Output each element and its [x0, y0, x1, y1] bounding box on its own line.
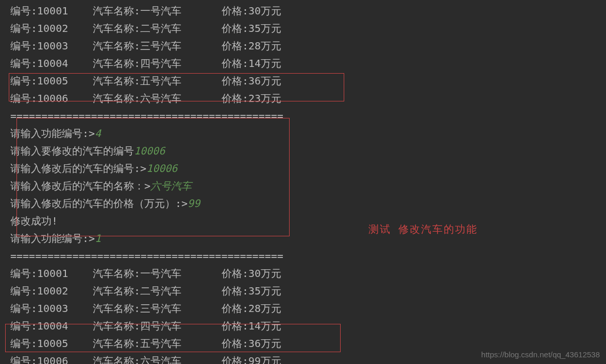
car-name: 汽车名称:五号汽车 — [93, 335, 222, 352]
car-name: 汽车名称:四号汽车 — [93, 55, 222, 72]
annotation-label: 测试 修改汽车的功能 — [368, 220, 478, 238]
car-name: 汽车名称:二号汽车 — [93, 282, 222, 300]
car-id: 编号:10003 — [10, 300, 93, 317]
car-id: 编号:10006 — [10, 90, 93, 107]
car-id: 编号:10002 — [10, 20, 93, 37]
car-id: 编号:10001 — [10, 2, 93, 20]
prompt-func-num-2: 请输入功能编号:>1 — [10, 230, 596, 247]
user-input: 1 — [95, 232, 101, 245]
car-id: 编号:10002 — [10, 282, 93, 300]
car-price: 价格:35万元 — [222, 20, 281, 37]
car-name: 汽车名称:三号汽车 — [93, 37, 222, 55]
watermark: https://blog.csdn.net/qq_43612538 — [481, 348, 600, 361]
car-id: 编号:10006 — [10, 352, 93, 364]
car-row: 编号:10002汽车名称:二号汽车价格:35万元 — [10, 282, 596, 300]
car-row: 编号:10005汽车名称:五号汽车价格:36万元 — [10, 72, 596, 90]
car-price: 价格:14万元 — [222, 317, 281, 335]
prompt-edit-id: 请输入要修改的汽车的编号10006 — [10, 142, 596, 160]
car-name: 汽车名称:四号汽车 — [93, 317, 222, 335]
prompt-label: 请输入功能编号:> — [10, 127, 95, 140]
separator: ========================================… — [10, 107, 596, 125]
user-input: 4 — [95, 127, 101, 140]
car-id: 编号:10003 — [10, 37, 93, 55]
car-row: 编号:10006汽车名称:六号汽车价格:23万元 — [10, 90, 596, 107]
car-name: 汽车名称:一号汽车 — [93, 265, 222, 282]
car-row: 编号:10004汽车名称:四号汽车价格:14万元 — [10, 317, 596, 335]
prompt-new-name: 请输入修改后的汽车的名称：>六号汽车 — [10, 177, 596, 195]
car-price: 价格:23万元 — [222, 90, 281, 107]
user-input: 10006 — [146, 162, 177, 175]
car-price: 价格:14万元 — [222, 55, 281, 72]
car-name: 汽车名称:六号汽车 — [93, 90, 222, 107]
prompt-new-price: 请输入修改后的汽车的价格（万元）:>99 — [10, 195, 596, 212]
user-input: 10006 — [134, 145, 165, 157]
prompt-label: 修改成功! — [10, 215, 58, 227]
console-output: 编号:10001汽车名称:一号汽车价格:30万元编号:10002汽车名称:二号汽… — [10, 2, 596, 364]
car-row: 编号:10003汽车名称:三号汽车价格:28万元 — [10, 37, 596, 55]
prompt-func-num: 请输入功能编号:>4 — [10, 125, 596, 142]
prompt-new-id: 请输入修改后的汽车的编号:>10006 — [10, 160, 596, 177]
user-input: 99 — [188, 197, 200, 210]
car-name: 汽车名称:一号汽车 — [93, 2, 222, 20]
car-id: 编号:10005 — [10, 72, 93, 90]
car-row: 编号:10002汽车名称:二号汽车价格:35万元 — [10, 20, 596, 37]
car-id: 编号:10004 — [10, 317, 93, 335]
car-price: 价格:28万元 — [222, 37, 281, 55]
prompt-label: 请输入修改后的汽车的价格（万元）:> — [10, 197, 188, 210]
car-row: 编号:10003汽车名称:三号汽车价格:28万元 — [10, 300, 596, 317]
car-id: 编号:10004 — [10, 55, 93, 72]
car-price: 价格:30万元 — [222, 2, 281, 20]
car-price: 价格:99万元 — [222, 352, 281, 364]
car-price: 价格:36万元 — [222, 72, 281, 90]
car-name: 汽车名称:六号汽车 — [93, 352, 222, 364]
separator: ========================================… — [10, 247, 596, 265]
car-name: 汽车名称:三号汽车 — [93, 300, 222, 317]
prompt-label: 请输入要修改的汽车的编号 — [10, 145, 134, 157]
car-id: 编号:10001 — [10, 265, 93, 282]
car-price: 价格:30万元 — [222, 265, 281, 282]
prompt-label: 请输入功能编号:> — [10, 232, 95, 245]
success-message: 修改成功! — [10, 212, 596, 230]
user-input: 六号汽车 — [150, 180, 192, 192]
car-row: 编号:10004汽车名称:四号汽车价格:14万元 — [10, 55, 596, 72]
car-row: 编号:10001汽车名称:一号汽车价格:30万元 — [10, 265, 596, 282]
car-row: 编号:10001汽车名称:一号汽车价格:30万元 — [10, 2, 596, 20]
prompt-label: 请输入修改后的汽车的名称：> — [10, 180, 150, 192]
car-name: 汽车名称:五号汽车 — [93, 72, 222, 90]
car-name: 汽车名称:二号汽车 — [93, 20, 222, 37]
car-id: 编号:10005 — [10, 335, 93, 352]
car-price: 价格:36万元 — [222, 335, 281, 352]
car-price: 价格:28万元 — [222, 300, 281, 317]
prompt-label: 请输入修改后的汽车的编号:> — [10, 162, 146, 175]
car-price: 价格:35万元 — [222, 282, 281, 300]
